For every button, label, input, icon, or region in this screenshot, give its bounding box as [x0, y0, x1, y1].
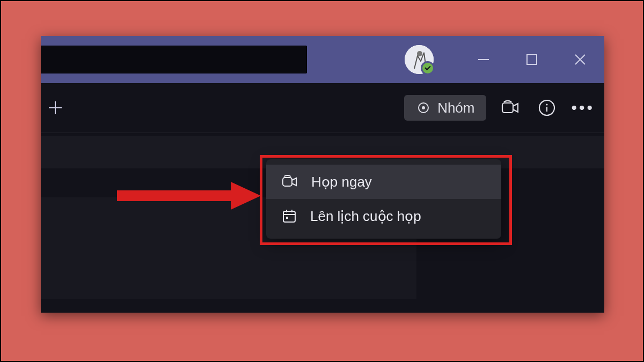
svg-rect-10	[502, 103, 513, 113]
group-filter-pill[interactable]: Nhóm	[404, 95, 486, 121]
search-input[interactable]	[41, 46, 307, 73]
meet-button[interactable]	[498, 95, 523, 120]
info-button[interactable]	[535, 95, 559, 120]
svg-rect-14	[283, 178, 292, 186]
svg-point-12	[546, 104, 548, 105]
schedule-meeting-menu-item[interactable]: Lên lịch cuộc họp	[266, 199, 501, 233]
channel-toolbar: Nhóm •••	[41, 83, 604, 133]
add-tab-button[interactable]	[45, 98, 65, 118]
svg-rect-19	[286, 217, 288, 219]
title-bar	[41, 36, 604, 83]
meet-now-menu-item[interactable]: Họp ngay	[266, 165, 501, 199]
annotation-arrow	[117, 180, 262, 212]
minimize-button[interactable]	[459, 36, 508, 83]
meet-dropdown-menu: Họp ngay Lên lịch cuộc họp	[266, 159, 501, 239]
svg-point-9	[422, 106, 425, 109]
maximize-button[interactable]	[508, 36, 556, 83]
svg-point-1	[417, 51, 422, 56]
svg-rect-15	[283, 211, 295, 222]
presence-available-icon	[421, 61, 435, 75]
meet-now-label: Họp ngay	[311, 174, 372, 190]
schedule-meeting-label: Lên lịch cuộc họp	[310, 208, 421, 225]
svg-rect-3	[527, 55, 537, 64]
user-avatar[interactable]	[405, 45, 434, 74]
app-window: Nhóm •••	[41, 36, 604, 313]
group-filter-label: Nhóm	[437, 100, 474, 116]
window-controls	[459, 36, 604, 83]
svg-marker-21	[231, 182, 261, 210]
more-options-button[interactable]: •••	[571, 99, 595, 117]
close-button[interactable]	[556, 36, 604, 83]
